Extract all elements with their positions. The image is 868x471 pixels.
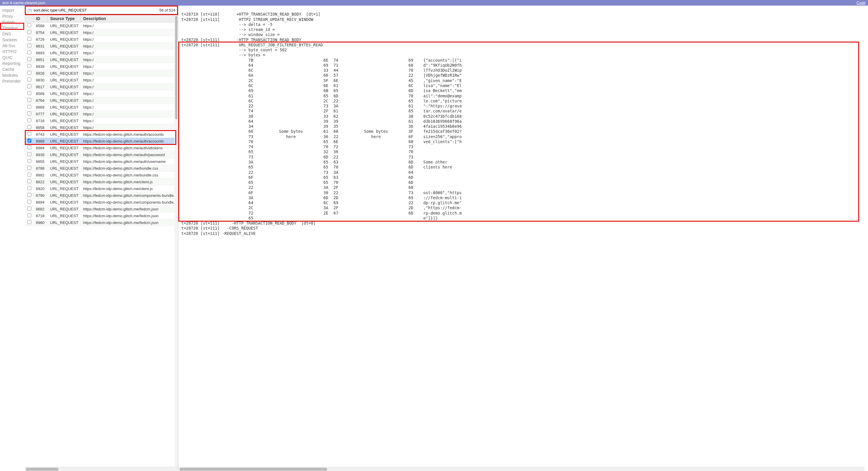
table-row[interactable]: 8754URL_REQUESThttps:/ — [25, 29, 178, 36]
hex-row: 2C5F6E45 ,"given_name":"E — [181, 78, 865, 83]
table-row[interactable]: 8869URL_REQUESThttps:/ — [25, 104, 178, 111]
table-row[interactable]: 8894URL_REQUESThttps://fedcm-idp-demo.gl… — [25, 199, 178, 206]
code-link[interactable]: Code — [857, 1, 866, 5]
table-row[interactable]: 8926URL_REQUESThttps:/ — [25, 70, 178, 77]
table-row[interactable]: 8920URL_REQUESThttps://fedcm-idp-demo.gl… — [25, 185, 178, 192]
row-desc: https:/ — [81, 84, 178, 90]
col-header[interactable]: Description — [81, 15, 178, 23]
table-row[interactable]: 8743URL_REQUESThttps://fedcm-idp-demo.gl… — [25, 131, 178, 138]
table-row[interactable]: 8682URL_REQUESThttps://fedcm-idp-demo.gl… — [25, 206, 178, 213]
table-row[interactable]: 8822URL_REQUESThttps://fedcm-idp-demo.gl… — [25, 179, 178, 185]
row-checkbox[interactable] — [27, 85, 31, 88]
table-row[interactable]: 8790URL_REQUESThttps://fedcm-idp-demo.gl… — [25, 192, 178, 199]
table-row[interactable]: 8617URL_REQUESThttps:/ — [25, 84, 178, 90]
filter-help-link[interactable]: (?) — [27, 8, 32, 12]
table-row[interactable]: 8777URL_REQUESThttps:/ — [25, 111, 178, 118]
filter-input[interactable] — [33, 8, 158, 13]
table-row[interactable]: 8589URL_REQUESThttps:/ — [25, 90, 178, 97]
row-checkbox[interactable] — [27, 132, 31, 136]
table-row[interactable]: 8958URL_REQUESThttps:/ — [25, 124, 178, 131]
table-row[interactable]: 8568URL_REQUESThttps:/ — [25, 23, 178, 29]
col-header[interactable]: Source Type — [48, 15, 81, 23]
table-row[interactable]: 8788URL_REQUESThttps://fedcm-idp-demo.gl… — [25, 165, 178, 172]
table-row[interactable]: 8984URL_REQUESThttps://fedcm-idp-demo.gl… — [25, 145, 178, 151]
row-checkbox[interactable] — [27, 172, 31, 177]
sidebar-item-proxy[interactable]: Proxy — [2, 13, 23, 19]
sidebar-item-http/2[interactable]: HTTP/2 — [2, 49, 23, 55]
table-row[interactable]: 8893URL_REQUESThttps:/ — [25, 50, 178, 56]
log-line: t=28720 [st=111] -HTTP_TRANSACTION_READ_… — [181, 221, 865, 226]
row-checkbox[interactable] — [27, 118, 31, 122]
table-row[interactable]: 8716URL_REQUESThttps:/ — [25, 118, 178, 124]
row-checkbox[interactable] — [27, 64, 31, 68]
table-row[interactable]: 8851URL_REQUESThttps:/ — [25, 56, 178, 63]
row-checkbox[interactable] — [27, 98, 31, 102]
table-row[interactable]: 8631URL_REQUESThttps:/ — [25, 43, 178, 50]
sidebar-item-timeline[interactable]: Timeline — [2, 25, 23, 31]
row-checkbox[interactable] — [27, 77, 31, 82]
row-checkbox[interactable] — [27, 207, 31, 211]
table-row[interactable]: 8960URL_REQUESThttps://fedcm-idp-demo.gl… — [25, 219, 178, 226]
sidebar-item-events[interactable]: Events — [2, 19, 23, 25]
row-type: URL_REQUEST — [48, 219, 81, 226]
row-checkbox[interactable] — [27, 23, 31, 27]
row-checkbox[interactable] — [27, 166, 31, 170]
row-checkbox[interactable] — [27, 213, 31, 217]
table-row[interactable]: 8764URL_REQUESThttps:/ — [25, 97, 178, 104]
hex-row: 22733A64 — [181, 170, 865, 175]
scrollbar-horizontal[interactable] — [25, 467, 178, 471]
sidebar-item-import[interactable]: Import — [2, 7, 23, 13]
row-type: URL_REQUEST — [48, 23, 81, 29]
hex-row: 34393536 4fa1ac19534b8e96 — [181, 124, 865, 129]
row-checkbox[interactable] — [27, 186, 31, 190]
row-checkbox[interactable] — [27, 105, 31, 108]
row-checkbox[interactable] — [27, 159, 31, 163]
row-checkbox[interactable] — [27, 125, 31, 129]
hex-row: 64697168 d":"9KfiqUb2N0fh — [181, 63, 865, 68]
sidebar-item-reporting[interactable]: Reporting — [2, 61, 23, 66]
sidebar-item-modules[interactable]: Modules — [2, 72, 23, 78]
row-checkbox[interactable] — [27, 37, 31, 41]
row-checkbox[interactable] — [27, 152, 31, 156]
table-row[interactable]: 8892URL_REQUESThttps://fedcm-idp-demo.gl… — [25, 172, 178, 179]
row-id: 8830 — [34, 77, 48, 84]
row-checkbox[interactable] — [27, 44, 31, 48]
table-row[interactable]: 8939URL_REQUESThttps:/ — [25, 63, 178, 70]
row-checkbox[interactable] — [27, 220, 31, 224]
row-type: URL_REQUEST — [48, 43, 81, 50]
col-header[interactable] — [25, 15, 34, 23]
scrollbar-vertical[interactable] — [175, 15, 178, 467]
table-row[interactable]: 8718URL_REQUESThttps://fedcm-idp-demo.gl… — [25, 213, 178, 219]
sidebar-item-dns[interactable]: DNS — [2, 31, 23, 37]
row-checkbox[interactable] — [27, 200, 31, 203]
col-header[interactable]: ID — [34, 15, 48, 23]
row-id: 8822 — [34, 179, 48, 185]
sidebar-item-sockets[interactable]: Sockets — [2, 37, 23, 43]
table-row[interactable]: 8855URL_REQUESThttps://fedcm-idp-demo.gl… — [25, 158, 178, 165]
table-row[interactable]: 8726URL_REQUESThttps:/ — [25, 36, 178, 43]
row-checkbox[interactable] — [27, 139, 31, 143]
table-row[interactable]: 8938URL_REQUESThttps://fedcm-idp-demo.gl… — [25, 151, 178, 158]
row-checkbox[interactable] — [27, 71, 31, 75]
row-desc: https://fedcm-idp-demo.glitch.me/fedcm.j… — [81, 219, 178, 226]
row-checkbox[interactable] — [27, 180, 31, 183]
details-scrollbar-h[interactable] — [178, 467, 864, 471]
table-row[interactable]: 8968URL_REQUESThttps://fedcm-idp-demo.gl… — [25, 138, 178, 145]
row-checkbox[interactable] — [27, 30, 31, 34]
row-checkbox[interactable] — [27, 193, 31, 197]
sidebar-item-quic[interactable]: QUIC — [2, 55, 23, 61]
row-checkbox[interactable] — [27, 51, 31, 54]
row-checkbox[interactable] — [27, 57, 31, 61]
sidebar-item-prerender[interactable]: Prerender — [2, 78, 23, 84]
sidebar-item-alt-svc[interactable]: Alt-Svc — [2, 43, 23, 49]
row-checkbox[interactable] — [27, 91, 31, 95]
hex-row: 76656E68 ved_clients":["h — [181, 139, 865, 144]
table-row[interactable]: 8830URL_REQUESThttps:/ — [25, 77, 178, 84]
row-id: 8682 — [34, 206, 48, 213]
hex-row: 6F302273 ost:8080","https — [181, 190, 865, 195]
sidebar-item-cache[interactable]: Cache — [2, 66, 23, 72]
row-type: URL_REQUEST — [48, 151, 81, 158]
row-checkbox[interactable] — [27, 112, 31, 115]
row-checkbox[interactable] — [27, 146, 31, 149]
window-header: test-4-cache-cleared.json Code — [0, 0, 868, 6]
